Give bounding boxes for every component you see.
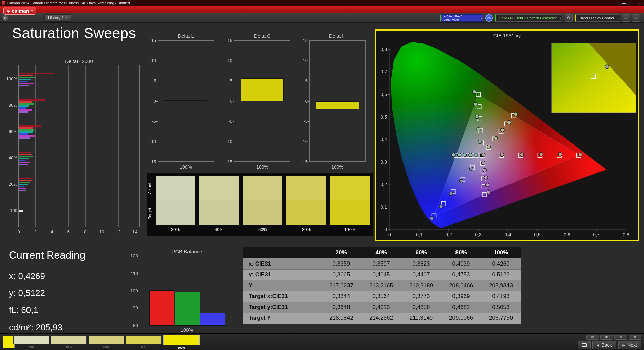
cie-measured-red xyxy=(520,153,524,156)
back-button[interactable]: ◀ Back xyxy=(592,341,616,349)
settings-gear-icon[interactable]: ⚙ xyxy=(632,14,640,22)
y-tick-label: -5 xyxy=(146,119,156,124)
calman-menu-button[interactable]: ◈ calman ▾ xyxy=(3,7,36,15)
cie-measured-yellow xyxy=(494,136,498,140)
reading-fl: fL: 60,1 xyxy=(9,305,85,315)
actual-row-label: Actual xyxy=(148,176,154,201)
saturation-level-swatch[interactable]: 60% xyxy=(89,336,124,350)
y-tick xyxy=(156,121,158,122)
y-tick xyxy=(156,41,158,41)
y-tick xyxy=(308,41,310,41)
y-tick-label: -10 xyxy=(222,139,232,144)
y-tick-label: 110 xyxy=(128,271,138,276)
table-cell: 0,4193 xyxy=(481,291,521,302)
table-cell: 0,4358 xyxy=(401,302,441,313)
table-cell: 0,5122 xyxy=(481,270,521,281)
swatch-label: 20% xyxy=(156,227,195,232)
cie-measured-magenta xyxy=(481,161,485,165)
page-title: Saturation Sweeps xyxy=(12,25,136,41)
meter-dropdown[interactable]: X-Rite i1Pro 3 Direct View ▾ xyxy=(440,14,483,22)
deltae-bar xyxy=(19,81,28,82)
gridline xyxy=(68,65,69,227)
svg-text:0,4: 0,4 xyxy=(504,232,511,237)
cie-measured-yellow xyxy=(501,128,504,132)
grid-view-button[interactable]: ▦ xyxy=(629,335,641,340)
next-button[interactable]: ▶ Next xyxy=(618,341,642,349)
deltae-bar xyxy=(19,164,28,165)
display-control-label: Direct Display Control xyxy=(579,16,614,20)
swatch-color xyxy=(89,336,124,344)
gridline xyxy=(135,65,135,227)
pattern-generator-dropdown[interactable]: CalMAN Client 3 Pattern Generator ▾ xyxy=(495,14,562,22)
swatch-label: 60% xyxy=(243,227,282,232)
reading-y: y: 0,5122 xyxy=(9,288,85,298)
svg-text:0,4: 0,4 xyxy=(381,137,387,142)
y-tick xyxy=(138,308,140,308)
y-tick-label: -15 xyxy=(298,159,308,164)
snapshot-button[interactable]: ◉ xyxy=(600,335,613,340)
y-tick-label: 5 xyxy=(222,78,232,83)
table-cell: 205,9343 xyxy=(481,280,521,291)
workspace: Saturation Sweeps DeltaE 2000 0246810121… xyxy=(0,23,644,333)
chart-title: DeltaE 2000 xyxy=(18,58,140,64)
cie-1931-chart[interactable]: CIE 1931 xy xyxy=(375,29,639,241)
table-cell: 0,3597 xyxy=(361,258,401,270)
table-cell: 206,7750 xyxy=(481,313,521,324)
chart-title: CIE 1931 xy xyxy=(376,33,638,38)
cie-measured-cyan xyxy=(469,153,472,157)
close-button[interactable]: × xyxy=(639,1,641,5)
y-tick-label: 0 xyxy=(222,99,232,104)
cie-measured-red xyxy=(500,153,504,157)
chevron-down-icon: ▾ xyxy=(66,16,67,19)
table-row-label: y: CIE31 xyxy=(243,270,321,281)
pattern-settings-gear-icon[interactable]: ⚙ xyxy=(565,14,573,22)
y-tick-label: -10 xyxy=(298,139,308,144)
deltae-bar xyxy=(19,85,29,86)
y-group-label: 60% xyxy=(4,129,17,134)
swatch-color xyxy=(164,335,199,345)
table-cell: 208,0466 xyxy=(441,280,481,291)
actual-swatch xyxy=(199,176,239,200)
table-cell: 0,4407 xyxy=(401,270,441,281)
monitor-view-button[interactable]: ▭ xyxy=(586,335,599,340)
deltae-bar xyxy=(19,127,33,129)
toolbar: ▶ History 1 ▾ X-Rite i1Pro 3 Direct View… xyxy=(0,13,644,23)
minimize-button[interactable]: — xyxy=(622,1,626,5)
y-tick xyxy=(308,121,310,122)
delta-bar xyxy=(241,78,284,101)
cie-white-point-circle xyxy=(482,153,485,157)
meter-mode: Direct View xyxy=(443,18,459,21)
y-tick-label: -15 xyxy=(222,159,232,164)
y-tick xyxy=(156,101,158,102)
report-button[interactable]: ▤ xyxy=(614,335,627,340)
saturation-level-swatch[interactable]: 100% xyxy=(164,336,199,350)
deltae-bar xyxy=(19,160,25,161)
display-control-dropdown[interactable]: Direct Display Control ▾ xyxy=(575,14,620,22)
tab-history-1[interactable]: History 1 ▾ xyxy=(44,14,71,22)
actual-swatch xyxy=(330,176,370,200)
table-cell: 210,3189 xyxy=(401,280,441,291)
display-settings-gear-icon[interactable]: ⚙ xyxy=(622,14,630,22)
y-tick-label: -10 xyxy=(146,139,156,144)
table-cell: 0,3344 xyxy=(321,291,361,302)
colorspace-badge[interactable]: 709 xyxy=(485,14,493,22)
pattern-window-button[interactable] xyxy=(578,341,591,349)
maximize-button[interactable]: □ xyxy=(631,1,633,5)
table-cell: 0,3823 xyxy=(401,258,441,270)
expand-panel-button[interactable]: ▶ xyxy=(3,15,8,21)
table-cell: 0,4682 xyxy=(441,302,481,313)
saturation-level-swatch[interactable]: 80% xyxy=(126,336,162,350)
deltae-bar xyxy=(19,156,33,157)
saturation-swatch-column: 40% xyxy=(199,176,239,236)
y-tick-label: 100 xyxy=(128,288,138,293)
svg-text:0,7: 0,7 xyxy=(593,232,600,237)
saturation-level-swatch[interactable]: 40% xyxy=(51,336,87,350)
saturation-level-swatch[interactable]: 20% xyxy=(13,336,49,350)
x-tick-label: 6 xyxy=(67,229,70,234)
deltae-bar xyxy=(19,133,28,135)
table-cell: 209,0066 xyxy=(441,313,481,324)
pattern-generator-label: CalMAN Client 3 Pattern Generator xyxy=(499,16,556,20)
swatch-label: 100% xyxy=(330,227,370,232)
y-tick xyxy=(233,162,234,162)
saturation-swatch-column: 80% xyxy=(286,176,326,236)
